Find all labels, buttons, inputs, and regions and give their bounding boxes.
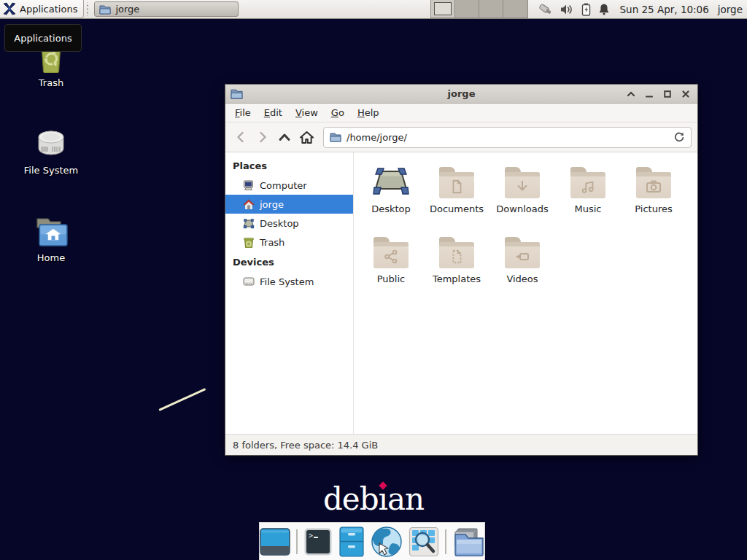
panel-clock[interactable]: Sun 25 Apr, 10:06 <box>616 0 713 18</box>
file-cabinet-icon <box>338 526 365 557</box>
music-folder-icon <box>570 172 605 198</box>
sidebar-places-header: Places <box>225 155 353 176</box>
toolbar: /home/jorge/ <box>225 122 697 152</box>
desktop-icon-home[interactable]: Home <box>15 211 88 263</box>
sidebar-item-label: jorge <box>260 199 284 210</box>
folder-stack-icon <box>452 527 484 556</box>
path-text[interactable]: /home/jorge/ <box>347 132 668 143</box>
sidebar-item-trash[interactable]: Trash <box>225 233 353 252</box>
volume-icon[interactable] <box>560 4 574 15</box>
file-item-public[interactable]: Public <box>358 231 424 301</box>
file-manager-button[interactable] <box>338 526 365 558</box>
downloads-folder-icon <box>505 172 540 198</box>
home-button[interactable] <box>297 128 316 147</box>
terminal-button[interactable]: > <box>303 526 333 558</box>
workspace-4[interactable] <box>503 0 527 18</box>
pictures-folder-icon <box>636 172 671 198</box>
file-item-videos[interactable]: Videos <box>489 231 555 301</box>
dock: > <box>259 522 485 560</box>
menubar: File Edit View Go Help <box>225 104 697 122</box>
documents-folder-icon <box>439 172 474 198</box>
desktop-icon-label: Home <box>15 252 88 263</box>
globe-browser-icon <box>371 526 403 558</box>
system-tray <box>528 0 616 18</box>
menu-edit[interactable]: Edit <box>258 105 289 120</box>
computer-icon <box>243 180 255 191</box>
workspace-3[interactable] <box>479 0 503 18</box>
directory-button[interactable] <box>452 526 484 558</box>
sidebar-item-computer[interactable]: Computer <box>225 176 353 195</box>
window-title: jorge <box>231 88 692 99</box>
stray-desktop-line <box>158 388 206 411</box>
sidebar-item-file-system[interactable]: File System <box>225 272 353 291</box>
input-device-icon[interactable] <box>537 3 553 16</box>
file-item-desktop[interactable]: Desktop <box>358 161 424 231</box>
file-item-templates[interactable]: Templates <box>424 231 489 301</box>
menu-help[interactable]: Help <box>351 105 386 120</box>
file-item-label: Pictures <box>635 203 672 214</box>
applications-tooltip: Applications <box>4 24 82 52</box>
home-folder-icon <box>15 211 88 248</box>
back-button[interactable] <box>231 128 250 147</box>
notifications-bell-icon[interactable] <box>598 3 610 15</box>
file-item-downloads[interactable]: Downloads <box>489 161 555 231</box>
file-item-label: Public <box>377 273 405 284</box>
file-item-label: Desktop <box>371 203 411 214</box>
folder-icon <box>99 4 111 15</box>
applications-menu-label: Applications <box>20 4 77 15</box>
shade-button[interactable] <box>625 88 637 100</box>
up-button[interactable] <box>275 128 294 147</box>
workspace-2[interactable] <box>455 0 479 18</box>
top-panel: Applications jorge <box>0 0 747 19</box>
applications-menu-button[interactable]: Applications <box>0 0 84 18</box>
workspace-switcher <box>430 0 528 18</box>
file-item-label: Templates <box>433 273 481 284</box>
file-item-pictures[interactable]: Pictures <box>621 161 686 231</box>
xfce-menu-icon <box>3 2 16 15</box>
file-manager-window: jorge File Edit View Go Help <box>225 84 698 456</box>
workspace-1[interactable] <box>431 0 455 18</box>
app-finder-icon <box>409 526 439 557</box>
titlebar[interactable]: jorge <box>225 85 697 104</box>
drive-icon <box>243 276 255 287</box>
menu-view[interactable]: View <box>289 105 325 120</box>
app-finder-button[interactable] <box>409 526 439 558</box>
sidebar: Places Computer jorge <box>225 152 354 434</box>
file-view[interactable]: Desktop Documents <box>354 152 697 434</box>
close-button[interactable] <box>680 88 692 100</box>
sidebar-item-desktop[interactable]: Desktop <box>225 214 353 233</box>
menu-file[interactable]: File <box>228 105 258 120</box>
file-item-music[interactable]: Music <box>555 161 621 231</box>
battery-icon[interactable] <box>581 3 591 16</box>
taskbar-window-button[interactable]: jorge <box>94 1 239 17</box>
panel-username[interactable]: jorge <box>713 0 747 18</box>
maximize-button[interactable] <box>662 88 673 100</box>
statusbar: 8 folders, Free space: 14.4 GiB <box>225 434 697 455</box>
path-folder-icon <box>330 132 341 142</box>
file-item-label: Music <box>575 203 602 214</box>
public-folder-icon <box>374 242 409 268</box>
taskbar-window-label: jorge <box>115 4 139 15</box>
statusbar-text: 8 folders, Free space: 14.4 GiB <box>233 440 378 451</box>
sidebar-item-label: Trash <box>260 237 285 248</box>
menu-go[interactable]: Go <box>325 105 351 120</box>
debian-logo-text: an <box>387 481 424 517</box>
reload-icon[interactable] <box>673 131 685 143</box>
minimize-button[interactable] <box>643 88 655 100</box>
desktop-icon-file-system[interactable]: File System <box>15 124 88 176</box>
videos-folder-icon <box>505 242 540 268</box>
templates-folder-icon <box>439 242 474 268</box>
window-folder-icon <box>231 88 243 99</box>
dock-separator <box>296 529 298 554</box>
web-browser-button[interactable] <box>371 526 403 558</box>
sidebar-item-jorge[interactable]: jorge <box>225 195 353 214</box>
desktop-icon <box>243 218 255 229</box>
location-bar[interactable]: /home/jorge/ <box>323 127 692 148</box>
panel-handle[interactable] <box>85 2 90 16</box>
terminal-icon: > <box>303 527 333 556</box>
file-item-documents[interactable]: Documents <box>424 161 489 231</box>
drive-icon <box>15 124 88 160</box>
forward-button[interactable] <box>253 128 272 147</box>
show-desktop-button[interactable] <box>260 526 290 558</box>
show-desktop-icon <box>260 528 290 556</box>
